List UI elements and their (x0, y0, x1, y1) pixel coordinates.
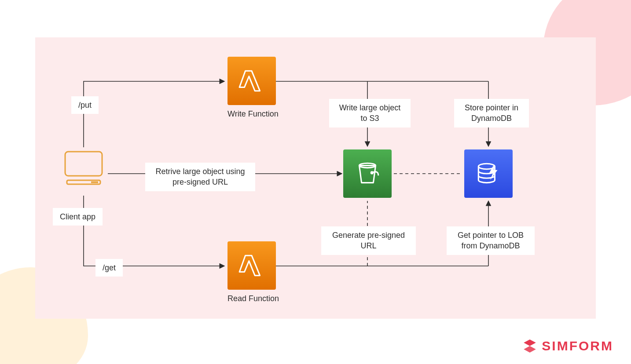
dynamodb-icon (464, 149, 513, 198)
edge-label-store-pointer: Store pointer inDynamoDB (454, 99, 529, 127)
node-write-function: Write Function (227, 57, 279, 119)
node-client-app (62, 149, 106, 191)
edge-label-write-s3: Write large objectto S3 (329, 99, 411, 127)
edge-label-get-pointer: Get pointer to LOBfrom DynamoDB (447, 226, 535, 255)
edge-label-get: /get (95, 259, 123, 277)
node-s3-bucket (343, 149, 392, 198)
svg-rect-2 (91, 182, 98, 183)
svg-rect-0 (65, 152, 102, 176)
client-app-label: Client app (53, 208, 103, 226)
desktop-computer-icon (62, 149, 106, 189)
node-read-function: Read Function (227, 241, 279, 303)
brand-logo: SIMFORM (522, 339, 613, 353)
brand-text: SIMFORM (542, 339, 613, 353)
edge-label-put: /put (71, 96, 99, 114)
edge-label-retrieve: Retrive large object usingpre-signed URL (145, 163, 255, 191)
diagram-canvas: Client app Write Function Read Function (35, 37, 596, 319)
read-function-label: Read Function (227, 294, 279, 303)
node-dynamodb (464, 149, 513, 198)
lambda-icon (227, 241, 276, 290)
write-function-label: Write Function (227, 109, 279, 119)
simform-mark-icon (522, 339, 537, 353)
lambda-icon (227, 57, 276, 105)
edge-label-generate-url: Generate pre-signedURL (321, 226, 416, 255)
svg-point-4 (371, 171, 374, 174)
s3-bucket-icon (343, 149, 392, 198)
